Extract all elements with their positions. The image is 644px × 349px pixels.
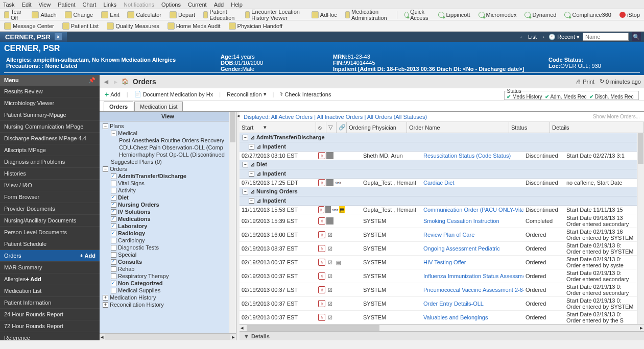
toggle-icon[interactable]: − [111,131,116,136]
menu-chart[interactable]: Chart [83,2,97,8]
checkbox-icon[interactable] [111,238,116,243]
tree-medications[interactable]: Medications [100,215,236,222]
add-icon[interactable]: + Add [26,276,41,282]
menu-options[interactable]: Options [161,2,181,8]
menu-links[interactable]: Links [103,2,116,8]
tree-non-categorized[interactable]: Non Categorized [100,280,236,287]
tb2-physician-handoff[interactable]: Physician Handoff [227,22,284,30]
sidebar-item-orders[interactable]: Orders+ Add [0,250,100,262]
tb2-quality-measures[interactable]: Quality Measures [105,22,161,30]
sidebar-item-nursing-ancillary-documents[interactable]: Nursing/Ancillary Documents [0,215,100,227]
col-status[interactable]: Status [509,122,550,133]
tree-admit-transfer-discharge[interactable]: Admit/Transfer/Discharge [100,172,236,180]
tree-post-anesthesia-routine-orders[interactable]: Post Anesthesia Routine Orders Recovery [100,137,236,144]
tree-orders[interactable]: −Orders [100,165,236,172]
add-order-button[interactable]: +Add [105,90,121,98]
reconciliation-button[interactable]: Reconciliation ▾ [227,91,266,97]
tb-micromedex[interactable]: Micromedex [476,8,519,21]
checkbox-icon[interactable] [111,252,116,258]
menu-help[interactable]: Help [231,2,243,8]
sidebar-item-patient-information[interactable]: Patient Information [0,297,100,309]
col-icon2[interactable]: ▽ [326,122,337,133]
collapse-icon[interactable]: − [249,198,254,204]
sidebar-item-form-browser[interactable]: Form Browser [0,191,100,203]
tree-laboratory[interactable]: Laboratory [100,222,236,230]
cell-order-name[interactable]: Order Entry Details-OLL [421,300,523,307]
toggle-icon[interactable]: − [103,166,108,172]
checkbox-icon[interactable] [111,266,116,272]
order-row[interactable]: 02/19/2013 08:37 EST⚕☑SYSTEMOngoing Asse… [240,242,644,256]
order-row[interactable]: 07/16/2013 17:25 EDT⚕👓Gupta_Test , Heman… [240,179,644,187]
tree-nursing-orders[interactable]: Nursing Orders [100,201,236,208]
checkbox-icon[interactable] [111,173,116,179]
menu-patient[interactable]: Patient [58,2,75,8]
order-row[interactable]: 02/19/2013 00:37 EST⚕☑SYSTEMOrder Entry … [240,297,644,311]
grid-section[interactable]: −⊿ Nursing Orders [240,187,644,196]
cell-order-name[interactable]: Resuscitation Status (Code Status) [421,152,523,159]
checkbox-icon[interactable] [111,188,116,193]
grid-vscroll[interactable] [637,133,644,324]
col-icon1[interactable]: ⎋ [316,122,326,133]
menu-edit[interactable]: Edit [22,2,32,8]
sidebar-item-results-review[interactable]: Results Review [0,86,100,97]
sidebar-item-histories[interactable]: Histories [0,168,100,180]
col-physician[interactable]: Ordering Physician [347,122,407,133]
checkbox-icon[interactable] [111,181,116,186]
tree-vscroll[interactable] [229,112,236,333]
menu-add[interactable]: Add [214,2,224,8]
checkbox-icon[interactable] [111,273,116,279]
collapse-icon[interactable]: − [249,144,254,149]
tree-medication-history[interactable]: +Medication History [100,294,236,301]
sidebar-item-nursing-communication-mpage[interactable]: Nursing Communication MPage [0,121,100,133]
order-row[interactable]: 02/19/2013 16:00 EST⚕☑SYSTEMReview Plan … [240,228,644,242]
tree-hscroll[interactable]: ◂▸ [100,333,236,340]
back-icon[interactable]: ◄ [103,78,110,86]
sidebar-item-mar-summary[interactable]: MAR Summary [0,262,100,273]
tb-exit[interactable]: Exit [99,11,121,19]
collapse-icon[interactable]: − [243,135,248,140]
menu-task[interactable]: Task [3,2,15,8]
grid-section[interactable]: −⊿ Admit/Transfer/Discharge [240,133,644,142]
checkbox-icon[interactable] [111,231,116,236]
collapse-icon[interactable]: − [243,162,248,167]
tb-encounter-location-history-viewer[interactable]: Encounter Location History Viewer [243,8,305,21]
check-interactions-button[interactable]: ⚕ Check Interactions [280,91,331,97]
order-row[interactable]: 02/19/2013 00:37 EST⚕☑SYSTEMPneumococcal… [240,283,644,297]
sidebar-item-allscripts-mpage[interactable]: Allscripts MPage [0,144,100,156]
tree-iv-solutions[interactable]: IV Solutions [100,208,236,215]
show-more-orders[interactable]: Show More Orders... [593,114,640,119]
close-tab-icon[interactable]: × [55,33,62,40]
tree-radiology[interactable]: Radiology [100,230,236,237]
cell-order-name[interactable]: Review Plan of Care [421,231,523,238]
checkbox-icon[interactable] [111,281,116,286]
doc-med-hx-button[interactable]: 📄 Document Medication by Hx [134,91,213,97]
sidebar-item-provider-documents[interactable]: Provider Documents [0,203,100,215]
cell-order-name[interactable]: HIV Testing Offer [421,259,523,266]
sidebar-item-iview-i-o[interactable]: IView / I&O [0,180,100,191]
list-back-icon[interactable]: ← [519,34,525,40]
tree-suggested-plans-0-[interactable]: Suggested Plans (0) [100,158,236,165]
tree-medical-supplies[interactable]: Medical Supplies [100,287,236,294]
patient-search-input[interactable] [583,33,629,41]
toggle-icon[interactable]: + [103,302,108,308]
sidebar-item-diagnosis-and-problems[interactable]: Diagnosis and Problems [0,156,100,168]
collapse-icon[interactable]: − [249,171,254,177]
tb-compliance360[interactable]: Compliance360 [562,8,613,21]
checkbox-icon[interactable] [111,245,116,251]
recent-button[interactable]: 🕘 Recent ▾ [548,34,580,40]
tree-consults[interactable]: Consults [100,258,236,265]
grid-section[interactable]: −⊿ Inpatient [240,142,644,152]
cell-order-name[interactable]: Communication Order (PACU ONLY-Vital Sig… [421,206,523,213]
menu-current[interactable]: Current [188,2,207,8]
toggle-icon[interactable]: − [103,123,108,129]
details-panel-header[interactable]: ▼ Details [240,331,644,340]
list-button[interactable]: List [528,34,537,40]
checkbox-icon[interactable] [111,223,116,229]
cell-order-name[interactable]: Valuables and Belongings [421,314,523,321]
tree-vital-signs[interactable]: Vital Signs [100,180,236,187]
tab-orders[interactable]: Orders [104,102,133,111]
collapse-icon[interactable]: − [243,189,248,194]
sidebar-item-24-hour-rounds-report[interactable]: 24 Hour Rounds Report [0,309,100,320]
list-fwd-icon[interactable]: → [540,34,545,40]
tb-calculator[interactable]: Calculator [125,11,163,19]
